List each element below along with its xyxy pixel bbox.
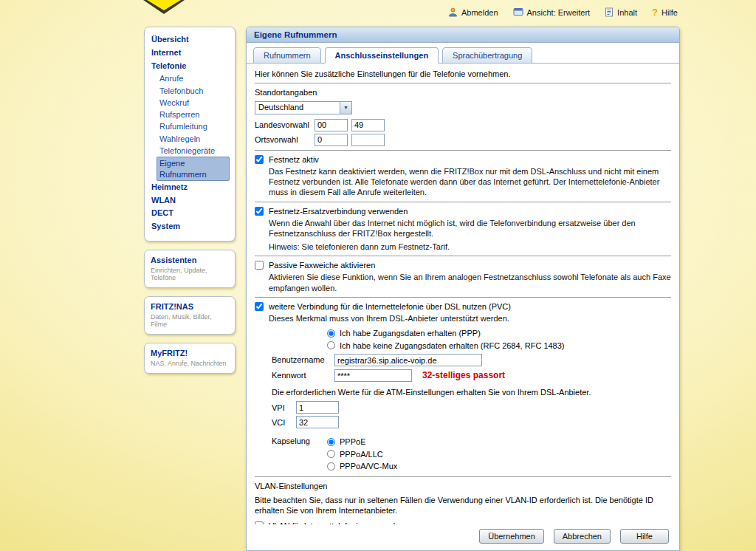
pvc-checkbox[interactable] — [255, 302, 264, 311]
view-label: Ansicht: Erweitert — [527, 8, 591, 17]
landesvorwahl-input[interactable] — [351, 119, 385, 131]
sidebar-item-wlan[interactable]: WLAN — [150, 194, 230, 208]
logout-link[interactable]: Abmelden — [448, 7, 498, 17]
kennwort-label: Kennwort — [272, 370, 334, 380]
help-link[interactable]: ? Hilfe — [652, 7, 678, 17]
fritznas-box[interactable]: FRITZ!NAS Daten, Musik, Bilder, Filme — [144, 296, 236, 335]
divider — [255, 256, 671, 256]
sidebar-item-eigene-rufnummern[interactable]: Eigene Rufnummern — [157, 157, 230, 181]
sidebar-item-dect[interactable]: DECT — [150, 207, 230, 220]
benutzername-label: Benutzername — [272, 355, 334, 365]
myfritz-title[interactable]: MyFRITZ! — [151, 349, 229, 357]
kapselung-pppoa-llc-radio[interactable] — [327, 450, 335, 458]
landesvorwahl-label: Landesvorwahl — [255, 120, 315, 130]
pvc-row: weitere Verbindung für die Internettelef… — [255, 301, 671, 312]
vpi-input[interactable] — [296, 401, 339, 414]
kapselung-pppoa-llc-label: PPPoA/LLC — [340, 449, 383, 459]
benutzername-input[interactable] — [334, 354, 482, 366]
ersatzverbindung-row: Festnetz-Ersatzverbindung verwenden — [255, 206, 671, 216]
tab-anschlusseinstellungen[interactable]: Anschlusseinstellungen — [325, 47, 439, 64]
page-layout: Übersicht Internet Telefonie Anrufe Tele… — [144, 27, 680, 551]
landesvorwahl-row: Landesvorwahl — [255, 119, 671, 131]
faxweiche-description: Aktivieren Sie diese Funktion, wenn Sie … — [269, 272, 671, 293]
sidebar-item-rufsperren[interactable]: Rufsperren — [150, 109, 230, 120]
standortangaben-heading: Standortangaben — [255, 87, 671, 97]
kapselung-row: Kapselung PPPoE PPPoA/LLC PPPoA/VC-Mux — [272, 435, 671, 473]
country-select-value: Deutschland — [255, 102, 340, 112]
festnetz-aktiv-row: Festnetz aktiv — [255, 154, 671, 165]
tab-content: Hier können Sie zusätzliche Einstellunge… — [247, 64, 679, 524]
pvc-label: weitere Verbindung für die Internettelef… — [269, 301, 511, 312]
myfritz-box[interactable]: MyFRITZ! NAS, Anrufe, Nachrichten — [144, 343, 236, 374]
logout-icon — [448, 7, 458, 17]
help-button[interactable]: Hilfe — [620, 529, 669, 544]
fritznas-subtitle: Daten, Musik, Bilder, Filme — [151, 313, 229, 328]
view-icon — [513, 7, 523, 17]
festnetz-description: Das Festnetz kann deaktiviert werden, we… — [269, 166, 671, 198]
vci-label: VCI — [272, 417, 296, 428]
kennwort-input[interactable] — [334, 369, 412, 382]
divider — [255, 150, 671, 151]
intro-text: Hier können Sie zusätzliche Einstellunge… — [255, 69, 671, 79]
ortsvorwahl-prefix-input[interactable] — [315, 134, 348, 146]
ortsvorwahl-label: Ortsvorwahl — [255, 134, 315, 145]
faxweiche-row: Passive Faxweiche aktivieren — [255, 260, 671, 270]
ortsvorwahl-input[interactable] — [351, 134, 385, 146]
festnetz-aktiv-checkbox[interactable] — [255, 155, 264, 164]
sidebar-item-weckruf[interactable]: Weckruf — [150, 97, 230, 109]
kapselung-pppoe-radio[interactable] — [327, 438, 335, 446]
tab-rufnummern[interactable]: Rufnummern — [253, 47, 321, 64]
kapselung-radio-group: PPPoE PPPoA/LLC PPPoA/VC-Mux — [327, 435, 397, 473]
tab-sprachuebertragung[interactable]: Sprachübertragung — [442, 47, 532, 64]
landesvorwahl-prefix-input[interactable] — [315, 119, 348, 131]
sidebar-item-rufumleitung[interactable]: Rufumleitung — [150, 120, 230, 132]
access-ppp-radio[interactable] — [327, 329, 335, 338]
benutzername-row: Benutzername — [272, 354, 671, 366]
country-select[interactable]: Deutschland ▼ — [255, 101, 352, 114]
vpi-label: VPI — [272, 403, 296, 413]
page-title: Eigene Rufnummern — [247, 27, 679, 43]
kapselung-pppoe-row: PPPoE — [327, 437, 397, 447]
kapselung-pppoe-label: PPPoE — [340, 437, 365, 447]
divider — [255, 83, 671, 83]
tab-bar: Rufnummern Anschlusseinstellungen Sprach… — [247, 43, 679, 64]
sidebar-item-telefonbuch[interactable]: Telefonbuch — [150, 85, 230, 97]
ersatzverbindung-hinweis: Hinweis: Sie telefonieren dann zum Festn… — [269, 242, 671, 252]
vlan-heading: VLAN-Einstellungen — [255, 481, 671, 491]
kapselung-pppoa-vcmux-radio[interactable] — [327, 462, 335, 470]
vci-input[interactable] — [296, 416, 339, 428]
fritznas-title[interactable]: FRITZ!NAS — [151, 302, 229, 311]
sidebar-item-anrufe[interactable]: Anrufe — [150, 72, 230, 84]
access-rfc-label: Ich habe keine Zugangsdaten erhalten (RF… — [340, 340, 565, 351]
apply-button[interactable]: Übernehmen — [479, 529, 544, 544]
logout-label: Abmelden — [461, 8, 498, 17]
sidebar-item-uebersicht[interactable]: Übersicht — [150, 33, 230, 47]
faxweiche-checkbox[interactable] — [255, 261, 264, 270]
pvc-description: Dieses Merkmal muss von Ihrem DSL-Anbiet… — [269, 313, 671, 324]
content-link[interactable]: Inhalt — [605, 7, 637, 17]
sidebar-item-heimnetz[interactable]: Heimnetz — [150, 181, 230, 194]
kapselung-pppoa-llc-row: PPPoA/LLC — [327, 449, 397, 459]
vpi-row: VPI — [272, 401, 671, 414]
kennwort-annotation: 32-stelliges passort — [422, 370, 505, 382]
cancel-button[interactable]: Abbrechen — [554, 529, 611, 544]
assistenten-title[interactable]: Assistenten — [151, 256, 229, 264]
faxweiche-label: Passive Faxweiche aktivieren — [269, 260, 375, 270]
ersatzverbindung-description: Wenn die Anwahl über das Internet nicht … — [269, 218, 671, 239]
access-rfc-radio[interactable] — [327, 341, 335, 349]
ersatzverbindung-checkbox[interactable] — [255, 207, 264, 216]
sidebar-item-wahlregeln[interactable]: Wahlregeln — [150, 133, 230, 145]
assistenten-box[interactable]: Assistenten Einrichten, Update, Telefone — [144, 250, 236, 288]
sidebar-item-system[interactable]: System — [150, 220, 230, 233]
access-radio-group: Ich habe Zugangsdaten erhalten (PPP) Ich… — [327, 328, 671, 351]
vlan-description: Bitte beachten Sie, dass nur in seltenen… — [255, 495, 671, 516]
sidebar-item-telefonie[interactable]: Telefonie — [150, 60, 230, 73]
sidebar-item-telefoniegeraete[interactable]: Telefoniegeräte — [150, 145, 230, 157]
view-link[interactable]: Ansicht: Erweitert — [513, 7, 591, 17]
kapselung-label: Kapselung — [272, 435, 327, 473]
ortsvorwahl-row: Ortsvorwahl — [255, 134, 671, 146]
sidebar-item-internet[interactable]: Internet — [150, 47, 230, 60]
festnetz-aktiv-label: Festnetz aktiv — [269, 154, 319, 165]
chevron-down-icon[interactable]: ▼ — [340, 102, 351, 114]
divider — [255, 202, 671, 202]
